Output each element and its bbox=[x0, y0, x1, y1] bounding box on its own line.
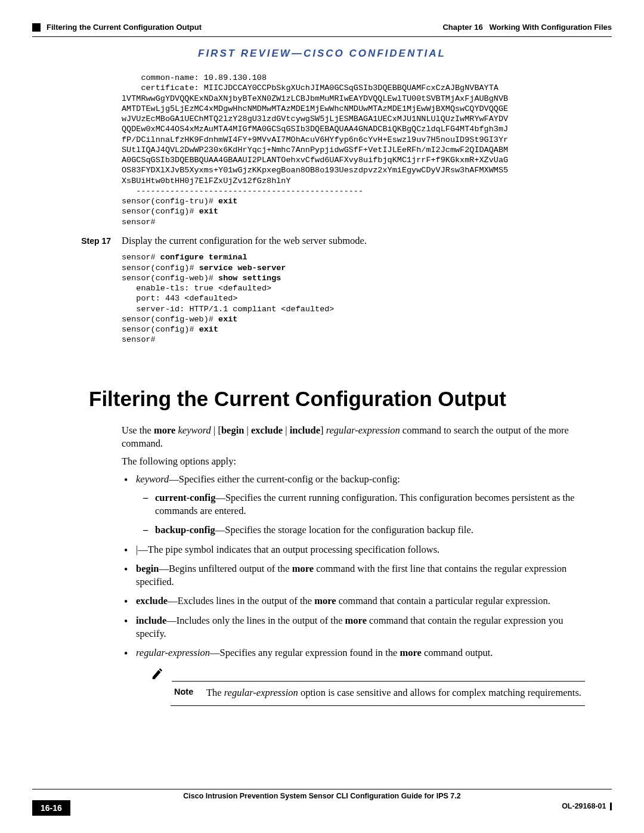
footer-rule bbox=[32, 789, 612, 789]
note-label: Note bbox=[174, 686, 198, 698]
option-item: include—Includes only the lines in the o… bbox=[122, 614, 585, 641]
option-item: regular-expression—Specifies any regular… bbox=[122, 646, 585, 706]
step-body: Display the current configuration for th… bbox=[122, 234, 367, 247]
page-number-tab: 16-16 bbox=[32, 800, 70, 816]
doc-number: OL-29168-01 bbox=[562, 802, 606, 810]
sub-option-item: current-config—Specifies the current run… bbox=[143, 491, 585, 518]
note-rule-top bbox=[172, 681, 585, 682]
sub-option-list: current-config—Specifies the current run… bbox=[136, 491, 585, 537]
apply-intro: The following options apply: bbox=[122, 455, 585, 468]
intro-paragraph: Use the more keyword | [begin | exclude … bbox=[122, 424, 585, 451]
option-item: keyword—Specifies either the current-con… bbox=[122, 473, 585, 537]
running-header: Filtering the Current Configuration Outp… bbox=[32, 23, 612, 35]
note-block: NoteThe regular-expression option is cas… bbox=[150, 667, 585, 706]
note-pencil-icon bbox=[150, 667, 166, 683]
option-item: exclude—Excludes lines in the output of … bbox=[122, 594, 585, 608]
book-title: Cisco Intrusion Prevention System Sensor… bbox=[80, 792, 564, 800]
code-block-webserver: sensor# configure terminal sensor(config… bbox=[122, 252, 612, 345]
step-17-row: Step 17 Display the current configuratio… bbox=[32, 234, 612, 247]
header-chapter: Chapter 16 Working With Configuration Fi… bbox=[442, 23, 612, 32]
step-label: Step 17 bbox=[32, 236, 122, 246]
page-footer: Cisco Intrusion Prevention System Sensor… bbox=[32, 789, 612, 810]
confidential-banner: FIRST REVIEW—CISCO CONFIDENTIAL bbox=[32, 48, 612, 60]
header-section-name: Filtering the Current Configuration Outp… bbox=[47, 23, 202, 32]
option-item: |—The pipe symbol indicates that an outp… bbox=[122, 543, 585, 556]
section-body: Use the more keyword | [begin | exclude … bbox=[122, 424, 585, 706]
option-item: begin—Begins unfiltered output of the mo… bbox=[122, 562, 585, 589]
code-block-certificate: common-name: 10.89.130.108 certificate: … bbox=[122, 73, 612, 227]
sub-option-item: backup-config—Specifies the storage loca… bbox=[143, 524, 585, 537]
section-heading: Filtering the Current Configuration Outp… bbox=[89, 387, 612, 411]
note-rule-bottom bbox=[171, 705, 585, 706]
header-rule bbox=[32, 36, 612, 37]
doc-number-bar-icon bbox=[610, 803, 612, 810]
note-text: The regular-expression option is case se… bbox=[206, 686, 581, 699]
header-square-icon bbox=[32, 23, 41, 32]
options-list: keyword—Specifies either the current-con… bbox=[122, 473, 585, 705]
